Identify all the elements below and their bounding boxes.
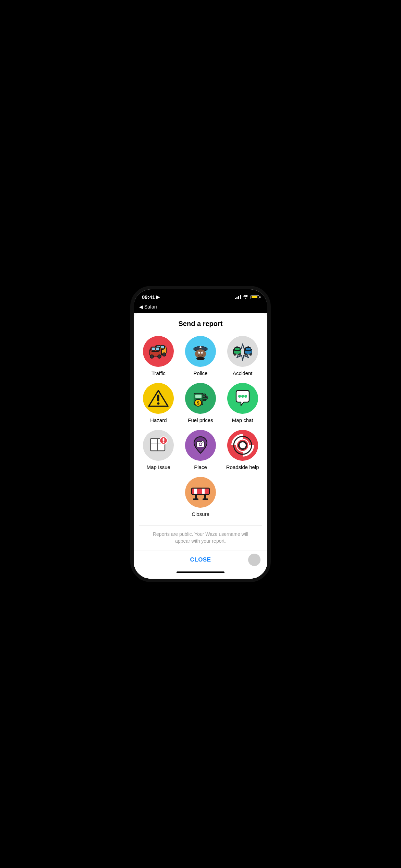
- svg-text:$: $: [197, 400, 199, 406]
- hazard-item[interactable]: Hazard: [139, 383, 178, 423]
- svg-rect-67: [193, 498, 198, 500]
- safari-bar: ◀ Safari: [134, 303, 267, 313]
- report-sheet: Send a report: [134, 313, 267, 551]
- place-icon-circle: [185, 430, 216, 461]
- hazard-label: Hazard: [150, 417, 167, 423]
- roadside-help-item[interactable]: Roadside help: [223, 430, 262, 470]
- svg-rect-65: [195, 494, 197, 499]
- status-left: 09:41 ▶: [142, 294, 160, 300]
- map-issue-item[interactable]: Map Issue: [139, 430, 178, 470]
- svg-point-11: [158, 355, 161, 358]
- svg-point-21: [196, 357, 205, 360]
- traffic-label: Traffic: [151, 370, 166, 376]
- svg-point-42: [244, 395, 247, 398]
- accident-icon-circle: [227, 336, 258, 367]
- svg-point-5: [162, 353, 166, 356]
- svg-point-26: [238, 353, 241, 356]
- svg-rect-52: [202, 441, 204, 442]
- map-chat-item[interactable]: Map chat: [223, 383, 262, 423]
- accident-item[interactable]: Accident: [223, 336, 262, 376]
- svg-rect-3: [161, 346, 164, 348]
- fuel-prices-item[interactable]: $ Fuel prices: [181, 383, 220, 423]
- battery-icon: [251, 295, 259, 299]
- svg-point-10: [150, 355, 154, 358]
- map-issue-icon-circle: [143, 430, 174, 461]
- main-content: Send a report: [134, 313, 267, 551]
- report-grid: Traffic: [139, 336, 262, 470]
- svg-point-15: [199, 346, 202, 349]
- fuel-prices-label: Fuel prices: [188, 417, 213, 423]
- location-icon: ▶: [156, 294, 160, 300]
- svg-rect-66: [204, 494, 206, 499]
- roadside-help-label: Roadside help: [226, 464, 259, 470]
- fuel-icon-circle: $: [185, 383, 216, 414]
- svg-rect-32: [157, 395, 159, 401]
- map-issue-label: Map Issue: [147, 464, 170, 470]
- safari-back-label[interactable]: Safari: [144, 304, 157, 310]
- place-label: Place: [194, 464, 207, 470]
- home-bar: [177, 571, 224, 573]
- disclaimer-text: Reports are public. Your Waze username w…: [139, 525, 262, 550]
- svg-point-41: [241, 395, 244, 398]
- signal-icon: [235, 295, 241, 299]
- svg-point-51: [199, 443, 202, 445]
- wifi-icon: [243, 294, 248, 300]
- svg-point-57: [239, 442, 246, 449]
- accident-label: Accident: [233, 370, 253, 376]
- svg-rect-47: [163, 438, 165, 441]
- svg-rect-35: [195, 395, 202, 398]
- hazard-icon-circle: [143, 383, 174, 414]
- map-chat-icon-circle: [227, 383, 258, 414]
- status-bar: 09:41 ▶: [134, 289, 267, 303]
- svg-rect-28: [245, 348, 251, 351]
- svg-point-48: [163, 442, 165, 443]
- map-chat-label: Map chat: [232, 417, 253, 423]
- close-circle-icon: [248, 554, 260, 566]
- home-indicator: [134, 569, 267, 579]
- svg-point-20: [202, 353, 203, 354]
- svg-rect-68: [203, 498, 208, 500]
- svg-point-40: [238, 395, 241, 398]
- closure-row: Closure: [139, 477, 262, 517]
- time: 09:41: [142, 294, 155, 300]
- svg-point-30: [249, 353, 252, 356]
- svg-rect-8: [152, 347, 155, 350]
- closure-label: Closure: [192, 511, 209, 517]
- place-item[interactable]: Place: [181, 430, 220, 470]
- closure-icon-circle: [185, 477, 216, 508]
- close-bar: CLOSE: [134, 551, 267, 569]
- traffic-item[interactable]: Traffic: [139, 336, 178, 376]
- svg-rect-24: [234, 348, 240, 351]
- svg-point-29: [244, 353, 247, 356]
- roadside-help-icon-circle: [227, 430, 258, 461]
- police-label: Police: [194, 370, 208, 376]
- status-right: [235, 294, 259, 300]
- police-item[interactable]: Police: [181, 336, 220, 376]
- svg-rect-9: [156, 347, 159, 350]
- police-icon-circle: [185, 336, 216, 367]
- close-button[interactable]: CLOSE: [190, 556, 211, 563]
- svg-point-25: [233, 353, 236, 356]
- back-icon: ◀: [139, 304, 143, 310]
- closure-item[interactable]: Closure: [185, 477, 216, 517]
- svg-point-33: [157, 402, 160, 405]
- svg-point-19: [198, 353, 199, 354]
- page-title: Send a report: [139, 320, 262, 328]
- traffic-icon-circle: [143, 336, 174, 367]
- svg-rect-37: [203, 397, 207, 399]
